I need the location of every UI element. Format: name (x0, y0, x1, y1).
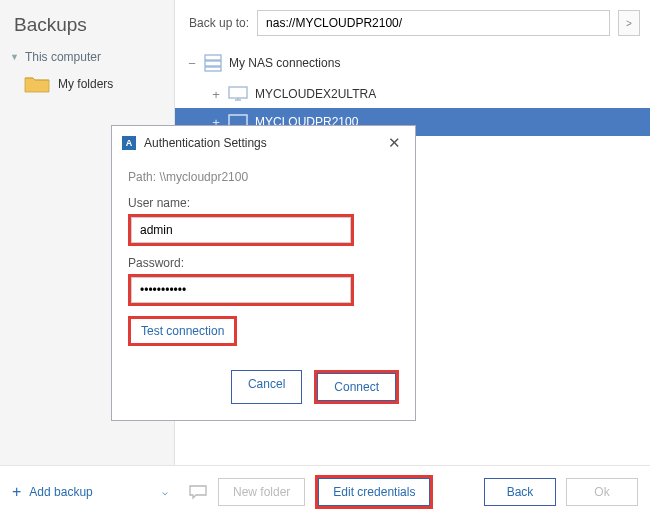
back-button[interactable]: Back (484, 478, 556, 506)
test-connection-link[interactable]: Test connection (131, 319, 234, 343)
cancel-button[interactable]: Cancel (231, 370, 302, 404)
topbar: Back up to: > (175, 0, 650, 46)
password-label: Password: (128, 256, 399, 270)
nas-root-label: My NAS connections (229, 56, 340, 70)
chevron-down-icon: ▼ (10, 52, 19, 62)
close-icon[interactable]: ✕ (384, 134, 405, 152)
sidebar-item-my-folders[interactable]: My folders (0, 68, 174, 100)
svg-rect-1 (205, 61, 221, 66)
backup-path-input[interactable] (257, 10, 610, 36)
page-title: Backups (0, 10, 174, 46)
password-input[interactable] (131, 277, 351, 303)
dialog-buttons: Cancel Connect (112, 360, 415, 420)
monitor-icon (227, 85, 249, 103)
expand-icon[interactable]: + (211, 87, 221, 102)
sidebar-root-node[interactable]: ▼ This computer (0, 46, 174, 68)
backup-to-label: Back up to: (189, 16, 249, 30)
new-folder-button[interactable]: New folder (218, 478, 305, 506)
username-label: User name: (128, 196, 399, 210)
username-input[interactable] (131, 217, 351, 243)
dialog-path: Path: \\mycloudpr2100 (128, 170, 399, 184)
chevron-down-icon[interactable]: ⌵ (162, 486, 168, 497)
chevron-right-icon: > (626, 18, 632, 29)
add-backup-label: Add backup (29, 485, 92, 499)
dialog-title: Authentication Settings (144, 136, 376, 150)
highlight-password (128, 274, 354, 306)
svg-rect-0 (205, 55, 221, 60)
highlight-username (128, 214, 354, 246)
nas-root-node[interactable]: − My NAS connections (175, 50, 650, 80)
add-backup-button[interactable]: + Add backup (12, 483, 152, 501)
edit-credentials-button[interactable]: Edit credentials (318, 478, 430, 506)
nas-item-label: MYCLOUDEX2ULTRA (255, 87, 376, 101)
highlight-connect: Connect (314, 370, 399, 404)
svg-rect-2 (205, 67, 221, 71)
collapse-icon[interactable]: − (187, 56, 197, 71)
comment-icon[interactable] (188, 484, 208, 500)
plus-icon: + (12, 483, 21, 501)
path-expand-button[interactable]: > (618, 10, 640, 36)
nas-icon (203, 54, 223, 72)
app-icon: A (122, 136, 136, 150)
ok-button[interactable]: Ok (566, 478, 638, 506)
bottombar: + Add backup ⌵ New folder Edit credentia… (0, 465, 650, 517)
svg-rect-3 (229, 87, 247, 98)
connect-button[interactable]: Connect (317, 373, 396, 401)
highlight-test-connection: Test connection (128, 316, 237, 346)
dialog-titlebar: A Authentication Settings ✕ (112, 126, 415, 160)
highlight-edit-credentials: Edit credentials (315, 475, 433, 509)
nas-item-mycloudex2ultra[interactable]: + MYCLOUDEX2ULTRA (211, 80, 650, 108)
folder-icon (24, 74, 50, 94)
sidebar-root-label: This computer (25, 50, 101, 64)
authentication-dialog: A Authentication Settings ✕ Path: \\mycl… (111, 125, 416, 421)
sidebar-item-label: My folders (58, 77, 113, 91)
